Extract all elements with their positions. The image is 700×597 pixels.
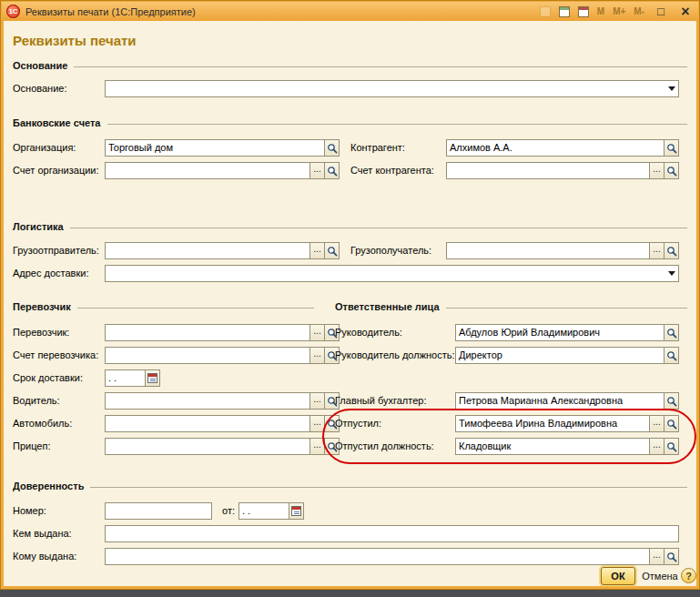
attorney-number-label: Номер:	[13, 505, 46, 517]
organization-magnifier-button[interactable]	[324, 139, 340, 157]
section-carrier-title: Перевозчик	[13, 301, 71, 313]
section-bank: Банковские счета	[13, 117, 687, 129]
calendar-tool-icon[interactable]	[578, 6, 589, 17]
contragent-account-field: ...	[446, 162, 679, 179]
calendar-icon	[147, 373, 157, 383]
calc-memory-minus-button[interactable]: М-	[634, 6, 644, 16]
released-by-ellipsis-button[interactable]: ...	[649, 415, 664, 432]
released-by-magnifier-button[interactable]	[664, 415, 679, 432]
shipper-ellipsis-button[interactable]: ...	[309, 242, 325, 259]
driver-input[interactable]	[105, 392, 310, 410]
manager-input[interactable]: Абдулов Юрий Владимирович	[455, 324, 664, 341]
chief-accountant-input[interactable]: Петрова Марианна Александровна	[455, 392, 664, 410]
magnifier-icon	[666, 551, 677, 562]
section-responsible-title: Ответственные лица	[335, 301, 440, 313]
released-by-position-input[interactable]: Кладовщик	[455, 438, 650, 455]
consignee-ellipsis-button[interactable]: ...	[649, 242, 664, 259]
contragent-input[interactable]: Алхимов А.А.	[446, 139, 664, 157]
section-divider-line	[70, 228, 687, 228]
released-by-input[interactable]: Тимофеева Ирина Владимировна	[455, 415, 650, 432]
trailer-input[interactable]	[105, 438, 310, 455]
vehicle-input[interactable]	[105, 415, 310, 432]
released-by-position-ellipsis-button[interactable]: ...	[649, 438, 664, 455]
issued-to-label: Кому выдана:	[13, 551, 76, 562]
attorney-number-input[interactable]	[105, 502, 212, 520]
section-carrier: Перевозчик	[13, 301, 314, 313]
attorney-from-calendar-button[interactable]	[289, 502, 304, 520]
carrier-account-label: Счет перевозчика:	[13, 349, 98, 361]
magnifier-icon	[666, 143, 677, 154]
delivery-address-input[interactable]	[105, 265, 664, 282]
org-account-input[interactable]	[105, 162, 310, 179]
issued-to-input[interactable]	[105, 548, 650, 565]
base-input[interactable]	[105, 80, 664, 97]
issued-by-label: Кем выдана:	[13, 528, 72, 540]
vehicle-field: ...	[105, 415, 340, 432]
issued-to-ellipsis-button[interactable]: ...	[649, 548, 664, 565]
chief-accountant-label: Главный бухгалтер:	[335, 395, 426, 407]
carrier-account-ellipsis-button[interactable]: ...	[309, 347, 325, 364]
manager-position-input[interactable]: Директор	[455, 347, 664, 364]
carrier-input[interactable]	[105, 324, 310, 341]
organization-field: Торговый дом	[105, 139, 340, 157]
manager-position-label: Руководитель должность:	[335, 349, 455, 361]
delivery-term-input[interactable]: . .	[105, 369, 146, 387]
inactive-tool-icon[interactable]	[540, 6, 551, 17]
manager-position-magnifier-button[interactable]	[664, 347, 679, 364]
manager-label: Руководитель:	[335, 327, 402, 339]
attorney-from-field: . .	[238, 502, 304, 520]
close-button[interactable]: ×	[677, 3, 694, 20]
delivery-term-calendar-button[interactable]	[145, 369, 160, 387]
maximize-button[interactable]: □	[653, 3, 669, 20]
shipper-magnifier-button[interactable]	[324, 242, 340, 259]
magnifier-icon	[327, 246, 338, 257]
calc-memory-plus-button[interactable]: М+	[613, 6, 625, 16]
section-bank-title: Банковские счета	[13, 117, 101, 129]
delivery-term-label: Срок доставки:	[13, 372, 83, 384]
org-account-ellipsis-button[interactable]: ...	[309, 162, 325, 179]
trailer-ellipsis-button[interactable]: ...	[309, 438, 325, 455]
table-tool-icon[interactable]	[559, 6, 570, 17]
carrier-field: ...	[105, 324, 340, 341]
contragent-account-magnifier-button[interactable]	[664, 162, 679, 179]
contragent-account-input[interactable]	[446, 162, 650, 179]
ok-button[interactable]: ОК	[601, 567, 635, 585]
contragent-account-ellipsis-button[interactable]: ...	[649, 162, 664, 179]
issued-by-input[interactable]	[105, 525, 679, 542]
released-by-position-label: Отпустил должность:	[335, 440, 434, 452]
driver-ellipsis-button[interactable]: ...	[309, 392, 325, 410]
titlebar: 1С Реквизиты печати (1С:Предприятие) М М…	[2, 2, 698, 21]
released-by-position-magnifier-button[interactable]	[664, 438, 679, 455]
contragent-magnifier-button[interactable]	[664, 139, 679, 157]
delivery-address-dropdown-button[interactable]	[664, 265, 679, 282]
shipper-input[interactable]	[105, 242, 310, 259]
consignee-magnifier-button[interactable]	[664, 242, 679, 259]
vehicle-ellipsis-button[interactable]: ...	[309, 415, 325, 432]
chevron-down-icon	[668, 86, 675, 91]
cancel-button[interactable]: Отмена	[639, 567, 681, 585]
section-osnovanie: Основание	[13, 60, 687, 72]
organization-label: Организация:	[13, 142, 76, 154]
section-responsible: Ответственные лица	[335, 301, 687, 313]
base-dropdown-button[interactable]	[664, 80, 679, 97]
delivery-address-label: Адрес доставки:	[13, 268, 88, 279]
manager-magnifier-button[interactable]	[664, 324, 679, 341]
calc-memory-button[interactable]: М	[597, 6, 604, 16]
consignee-input[interactable]	[446, 242, 650, 259]
help-button[interactable]: ?	[681, 568, 696, 583]
delivery-address-field	[105, 265, 679, 282]
section-logistics-title: Логистика	[13, 221, 64, 233]
magnifier-icon	[666, 419, 677, 430]
section-divider-line	[107, 124, 688, 125]
attorney-from-input[interactable]: . .	[238, 502, 289, 520]
org-account-magnifier-button[interactable]	[324, 162, 340, 179]
trailer-label: Прицеп:	[13, 440, 50, 452]
magnifier-icon	[666, 441, 677, 452]
trailer-field: ...	[105, 438, 340, 455]
organization-input[interactable]: Торговый дом	[105, 139, 325, 157]
chief-accountant-magnifier-button[interactable]	[664, 392, 679, 410]
carrier-ellipsis-button[interactable]: ...	[309, 324, 325, 341]
org-account-field: ...	[105, 162, 340, 179]
issued-to-magnifier-button[interactable]	[664, 548, 679, 565]
carrier-account-input[interactable]	[105, 347, 310, 364]
